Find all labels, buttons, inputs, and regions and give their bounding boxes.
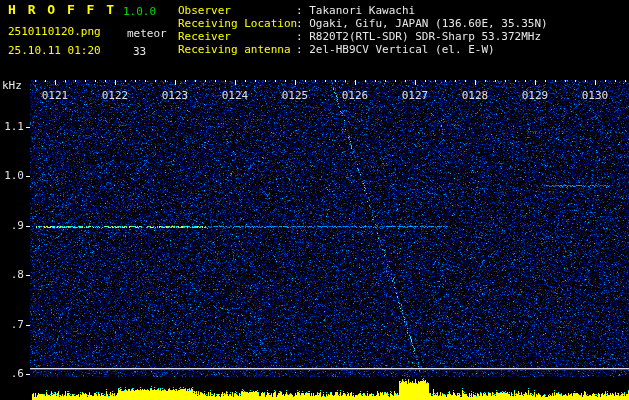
y-tick-label: .7 bbox=[3, 318, 24, 331]
output-filename: 2510110120.png bbox=[8, 25, 101, 38]
echo-count: 33 bbox=[133, 45, 146, 58]
x-tick-label: 0127 bbox=[399, 90, 431, 102]
mode-label: meteor bbox=[127, 27, 167, 40]
info-row-antenna: Receiving antenna : 2el-HB9CV Vertical (… bbox=[178, 43, 548, 56]
x-tick-label: 0124 bbox=[219, 90, 251, 102]
info-row-observer: Observer : Takanori Kawachi bbox=[178, 4, 548, 17]
x-tick-label: 0126 bbox=[339, 90, 371, 102]
x-tick-label: 0125 bbox=[279, 90, 311, 102]
hrofft-screen: H R O F F T 1.0.0 2510110120.png meteor … bbox=[0, 0, 629, 400]
info-label: Receiving antenna bbox=[178, 43, 296, 56]
x-tick-label: 0121 bbox=[39, 90, 71, 102]
info-label: Receiver bbox=[178, 30, 296, 43]
y-tick-label: 1.0 bbox=[3, 169, 24, 182]
x-tick-label: 0128 bbox=[459, 90, 491, 102]
app-version: 1.0.0 bbox=[123, 5, 156, 18]
y-tick-label: .8 bbox=[3, 268, 24, 281]
y-tick-label: .9 bbox=[3, 219, 24, 232]
y-tick-label: .6 bbox=[3, 367, 24, 380]
app-title: H R O F F T bbox=[8, 3, 116, 16]
y-tick-label: 1.1 bbox=[3, 120, 24, 133]
info-value: : Takanori Kawachi bbox=[296, 4, 415, 17]
datetime-label: 25.10.11 01:20 bbox=[8, 44, 101, 57]
info-value: : Ogaki, Gifu, JAPAN (136.60E, 35.35N) bbox=[296, 17, 548, 30]
info-row-receiver: Receiver : R820T2(RTL-SDR) SDR-Sharp 53.… bbox=[178, 30, 548, 43]
observer-info: Observer : Takanori Kawachi Receiving Lo… bbox=[178, 4, 548, 56]
info-value: : R820T2(RTL-SDR) SDR-Sharp 53.372MHz bbox=[296, 30, 541, 43]
x-tick-label: 0130 bbox=[579, 90, 611, 102]
info-label: Receiving Location bbox=[178, 17, 296, 30]
x-tick-label: 0123 bbox=[159, 90, 191, 102]
info-row-location: Receiving Location : Ogaki, Gifu, JAPAN … bbox=[178, 17, 548, 30]
x-tick-label: 0129 bbox=[519, 90, 551, 102]
x-tick-label: 0122 bbox=[99, 90, 131, 102]
spectrogram-canvas bbox=[0, 0, 629, 400]
y-axis-unit: kHz bbox=[2, 79, 22, 92]
info-label: Observer bbox=[178, 4, 296, 17]
info-value: : 2el-HB9CV Vertical (el. E-W) bbox=[296, 43, 495, 56]
